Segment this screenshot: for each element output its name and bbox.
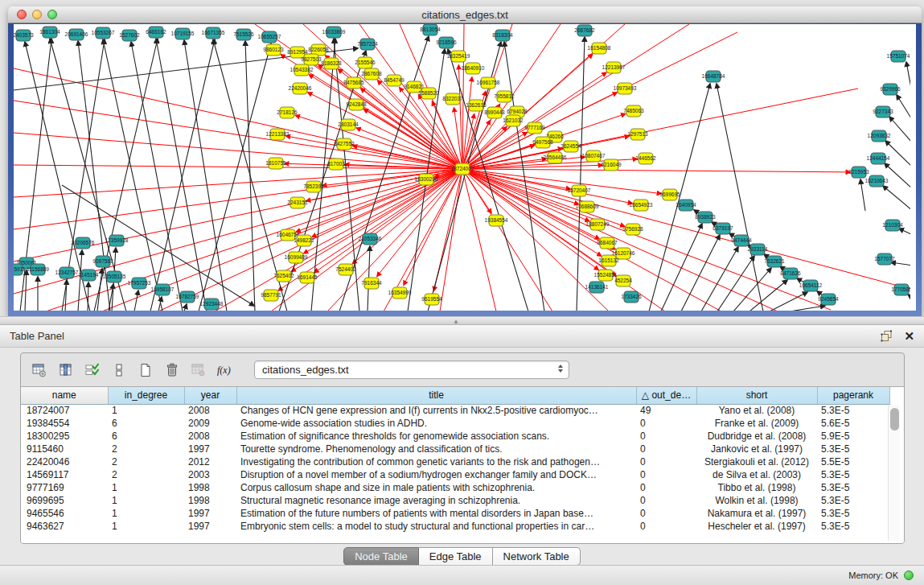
graph-node[interactable]: 16648784	[702, 71, 725, 82]
table-row[interactable]: 911546021997Tourette syndrome. Phenomeno…	[21, 443, 889, 455]
graph-node[interactable]: 6466162	[146, 27, 166, 38]
graph-node[interactable]: 2933114	[748, 244, 768, 255]
graph-node[interactable]: 12093832	[868, 130, 891, 142]
table-cell[interactable]: Franke et al. (2009)	[696, 417, 817, 430]
close-panel-icon[interactable]: ✕	[904, 330, 914, 342]
table-row[interactable]: 1830029562008Estimation of significance …	[21, 430, 889, 443]
function-builder-icon[interactable]: f(x)	[215, 360, 236, 381]
citation-edge-red[interactable]	[462, 169, 632, 204]
table-cell[interactable]: 5.3E-5	[817, 443, 889, 455]
graph-node[interactable]: 8938923	[695, 212, 716, 223]
table-cell[interactable]: 5.5E-5	[817, 455, 889, 468]
citation-edge-black[interactable]	[701, 247, 738, 311]
table-cell[interactable]: Wolkin et al. (1998)	[696, 494, 817, 507]
table-cell[interactable]: Yano et al. (2008)	[696, 404, 817, 417]
citation-edge-red[interactable]	[462, 169, 831, 310]
graph-node[interactable]: 7515526	[233, 29, 254, 40]
table-cell[interactable]: 9463627	[21, 520, 108, 533]
graph-node[interactable]: 1362615	[466, 100, 487, 111]
citation-edge-black[interactable]	[78, 250, 82, 311]
table-cell[interactable]: 2	[108, 443, 184, 455]
graph-node[interactable]: 1615132	[598, 255, 619, 266]
table-settings-icon[interactable]	[29, 360, 50, 381]
graph-node[interactable]: 14136141	[585, 282, 609, 293]
graph-node[interactable]: 2155546	[355, 57, 376, 68]
table-cell[interactable]: 9777169	[21, 481, 108, 494]
graph-node[interactable]: 1861304	[39, 27, 60, 38]
table-cell[interactable]: Tibbo et al. (1998)	[696, 481, 817, 494]
table-cell[interactable]: 6	[108, 430, 184, 443]
graph-node[interactable]: 8475685	[343, 77, 364, 89]
graph-node[interactable]: 20691406	[65, 29, 88, 40]
citation-edge-black[interactable]	[770, 292, 807, 311]
graph-node[interactable]: 10553267	[92, 27, 115, 39]
graph-node[interactable]: 16782759	[176, 291, 199, 303]
graph-node[interactable]: 1770585	[891, 284, 910, 295]
graph-node[interactable]: 10719155	[171, 28, 195, 39]
table-cell[interactable]: 0	[636, 494, 696, 507]
table-cell[interactable]: Dudbridge et al. (2008)	[696, 430, 817, 443]
table-cell[interactable]: 1	[108, 520, 184, 533]
table-cell[interactable]: Investigating the contribution of common…	[236, 455, 636, 468]
graph-node[interactable]: 17359928	[105, 235, 129, 246]
zoom-traffic-light-button[interactable]	[47, 10, 57, 19]
table-cell[interactable]: 2	[108, 468, 184, 481]
graph-node[interactable]: 2867608	[361, 68, 382, 80]
graph-node[interactable]: 1588520	[418, 88, 439, 99]
table-cell[interactable]: 0	[636, 520, 696, 533]
graph-node[interactable]: 1733426	[621, 291, 642, 303]
citation-edge-black[interactable]	[897, 95, 910, 121]
table-cell[interactable]: 49	[636, 404, 696, 417]
graph-node[interactable]: 9699695	[659, 189, 680, 200]
split-pane-divider[interactable]: ▲	[0, 316, 924, 325]
network-graph-svg[interactable]: 1872400782260588912954982750381863281054…	[14, 24, 910, 311]
table-cell[interactable]: Hescheler et al. (1997)	[696, 520, 817, 533]
table-cell[interactable]: 9465546	[21, 507, 108, 520]
citation-edge-black[interactable]	[504, 42, 544, 311]
close-traffic-light-button[interactable]	[17, 10, 27, 19]
graph-node[interactable]: 1691445	[297, 272, 318, 283]
tab-node-table[interactable]: Node Table	[343, 547, 419, 566]
table-cell[interactable]: 18724007	[21, 404, 108, 417]
graph-node[interactable]: 1210304	[882, 220, 903, 231]
citation-edge-black[interactable]	[899, 229, 910, 235]
citation-edge-black[interactable]	[749, 280, 787, 311]
graph-node[interactable]: 16671355	[202, 27, 225, 39]
table-cell[interactable]: 0	[636, 507, 696, 520]
table-cell[interactable]: 9699695	[21, 494, 108, 507]
citation-edge-red[interactable]	[462, 169, 778, 311]
graph-node[interactable]: 8471626	[780, 268, 801, 279]
graph-node[interactable]: 12213967	[602, 62, 626, 73]
graph-node[interactable]: 7916344	[361, 278, 382, 289]
network-canvas[interactable]: 1872400782260588912954982750381863281054…	[14, 24, 916, 311]
table-cell[interactable]: 2008	[184, 404, 236, 417]
graph-node[interactable]: 20564486	[544, 152, 567, 163]
table-cell[interactable]: Stergiakouli et al. (2012)	[696, 455, 817, 468]
citation-edge-black[interactable]	[717, 256, 754, 311]
column-header-short[interactable]: short	[696, 387, 817, 404]
graph-node[interactable]: 18807249	[586, 219, 610, 230]
select-rows-icon[interactable]	[82, 360, 103, 381]
graph-node[interactable]: 7955812	[494, 91, 515, 102]
citation-edge-black[interactable]	[885, 163, 910, 189]
citation-edge-black[interactable]	[891, 262, 910, 266]
citation-edge-red[interactable]	[303, 24, 462, 169]
scrollbar-thumb[interactable]	[890, 408, 899, 431]
table-scrollbar[interactable]	[888, 406, 900, 541]
graph-node[interactable]: 7524402	[335, 264, 356, 275]
delete-table-icon[interactable]	[162, 360, 183, 381]
table-cell[interactable]: 6	[108, 417, 184, 430]
citation-edge-red[interactable]	[440, 169, 462, 311]
graph-node[interactable]: 1498222	[294, 235, 314, 246]
graph-node[interactable]: 9329966	[880, 84, 901, 95]
table-row[interactable]: 946362711997Embryonic stem cells: a mode…	[21, 520, 889, 533]
table-cell[interactable]: Estimation of significance thresholds fo…	[236, 430, 636, 443]
graph-node[interactable]: 8427552	[334, 138, 355, 150]
table-cell[interactable]: Jankovic et al. (1997)	[696, 443, 817, 455]
table-cell[interactable]: 1	[108, 481, 184, 494]
graph-node[interactable]: 15751074	[887, 51, 910, 62]
graph-node[interactable]: 9474444	[731, 235, 752, 246]
graph-node[interactable]: 16654923	[630, 200, 653, 211]
citation-edge-black[interactable]	[88, 282, 88, 311]
graph-node[interactable]: 2687682	[574, 25, 595, 36]
